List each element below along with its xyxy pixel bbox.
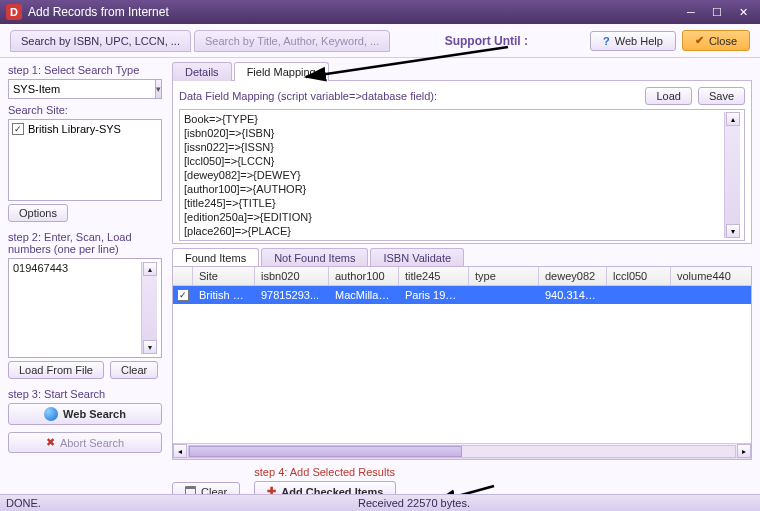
step4-label: step 4: Add Selected Results — [254, 466, 396, 478]
row-checkbox[interactable]: ✓ — [177, 289, 189, 301]
col-isbn020[interactable]: isbn020 — [255, 267, 329, 285]
support-until-label: Support Until : — [445, 34, 528, 48]
scroll-up-icon[interactable]: ▴ — [726, 112, 740, 126]
maximize-icon[interactable]: ☐ — [706, 4, 728, 20]
mapping-header: Data Field Mapping (script variable=>dat… — [179, 90, 645, 102]
scroll-down-icon[interactable]: ▾ — [143, 340, 157, 354]
detail-tabs: Details Field Mapping — [172, 62, 752, 81]
col-checkbox[interactable] — [173, 267, 193, 285]
numbers-value[interactable]: 019467443 — [13, 262, 141, 354]
minimize-icon[interactable]: ─ — [680, 4, 702, 20]
site-item-label: British Library-SYS — [28, 123, 121, 135]
table-row[interactable]: ✓ British Lib... 97815293... MacMillan, … — [173, 286, 751, 304]
search-type-input[interactable] — [8, 79, 156, 99]
window-controls: ─ ☐ ✕ — [680, 4, 754, 20]
help-icon: ? — [603, 35, 610, 47]
tab-search-by-codes[interactable]: Search by ISBN, UPC, LCCN, ... — [10, 30, 191, 52]
col-lccl050[interactable]: lccl050 — [607, 267, 671, 285]
col-type[interactable]: type — [469, 267, 539, 285]
table-header: Site isbn020 author100 title245 type dew… — [173, 267, 751, 286]
scroll-left-icon[interactable]: ◂ — [173, 444, 187, 458]
window-title: Add Records from Internet — [28, 5, 680, 19]
search-mode-tabs: Search by ISBN, UPC, LCCN, ... Search by… — [10, 30, 390, 52]
tab-details[interactable]: Details — [172, 62, 232, 81]
close-button[interactable]: ✔ Close — [682, 30, 750, 51]
site-item-british-library[interactable]: ✓ British Library-SYS — [12, 123, 158, 135]
field-mapping-panel: Data Field Mapping (script variable=>dat… — [172, 80, 752, 244]
numbers-textarea[interactable]: 019467443 ▴ ▾ — [8, 258, 162, 358]
search-site-label: Search Site: — [8, 104, 162, 116]
mapping-lines[interactable]: Book=>{TYPE} [isbn020]=>{ISBN} [issn022]… — [184, 112, 724, 238]
col-dewey082[interactable]: dewey082 — [539, 267, 607, 285]
scroll-up-icon[interactable]: ▴ — [143, 262, 157, 276]
col-site[interactable]: Site — [193, 267, 255, 285]
search-site-list[interactable]: ✓ British Library-SYS — [8, 119, 162, 201]
checkbox-icon[interactable]: ✓ — [12, 123, 24, 135]
titlebar: D Add Records from Internet ─ ☐ ✕ — [0, 0, 760, 24]
step1-label: step 1: Select Search Type — [8, 64, 162, 76]
results-table: Site isbn020 author100 title245 type dew… — [172, 266, 752, 460]
cell-isbn020: 97815293... — [255, 289, 329, 301]
mapping-load-button[interactable]: Load — [645, 87, 691, 105]
right-panel: Details Field Mapping Data Field Mapping… — [168, 58, 760, 510]
app-icon: D — [6, 4, 22, 20]
x-icon: ✖ — [46, 436, 55, 449]
tab-field-mapping[interactable]: Field Mapping — [234, 62, 329, 81]
tab-search-by-text[interactable]: Search by Title, Author, Keyword, ... — [194, 30, 390, 52]
table-hscrollbar[interactable]: ◂ ▸ — [173, 443, 751, 459]
web-help-button[interactable]: ? Web Help — [590, 31, 676, 51]
abort-search-button[interactable]: ✖ Abort Search — [8, 432, 162, 453]
toolbar: Search by ISBN, UPC, LCCN, ... Search by… — [0, 24, 760, 58]
search-type-select[interactable] — [8, 79, 162, 99]
cell-author100: MacMillan, ... — [329, 289, 399, 301]
scroll-track[interactable] — [188, 445, 736, 458]
clear-numbers-button[interactable]: Clear — [110, 361, 158, 379]
load-from-file-button[interactable]: Load From File — [8, 361, 104, 379]
close-icon[interactable]: ✕ — [732, 4, 754, 20]
status-bar: DONE. Received 22570 bytes. — [0, 494, 760, 511]
textarea-scrollbar[interactable]: ▴ ▾ — [141, 262, 157, 354]
tab-found-items[interactable]: Found Items — [172, 248, 259, 267]
step2-label: step 2: Enter, Scan, Load numbers (one p… — [8, 231, 162, 255]
step3-label: step 3: Start Search — [8, 388, 162, 400]
status-mid: Received 22570 bytes. — [174, 497, 654, 509]
results-tabs: Found Items Not Found Items ISBN Validat… — [172, 248, 752, 267]
main-content: step 1: Select Search Type Search Site: … — [0, 58, 760, 510]
mapping-scrollbar[interactable]: ▴ ▾ — [724, 112, 740, 238]
tab-isbn-validate[interactable]: ISBN Validate — [370, 248, 464, 267]
options-button[interactable]: Options — [8, 204, 68, 222]
cell-title245: Paris 1919 ... — [399, 289, 469, 301]
cell-site: British Lib... — [193, 289, 255, 301]
left-panel: step 1: Select Search Type Search Site: … — [0, 58, 168, 510]
col-volume440[interactable]: volume440 — [671, 267, 751, 285]
mapping-save-button[interactable]: Save — [698, 87, 745, 105]
globe-icon — [44, 407, 58, 421]
tab-not-found-items[interactable]: Not Found Items — [261, 248, 368, 267]
chevron-down-icon[interactable] — [156, 79, 162, 99]
scroll-thumb[interactable] — [189, 446, 462, 457]
table-body: ✓ British Lib... 97815293... MacMillan, … — [173, 286, 751, 443]
cell-dewey082: 940.3141 ... — [539, 289, 607, 301]
check-icon: ✔ — [695, 34, 704, 47]
scroll-down-icon[interactable]: ▾ — [726, 224, 740, 238]
web-search-button[interactable]: Web Search — [8, 403, 162, 425]
col-author100[interactable]: author100 — [329, 267, 399, 285]
mapping-textbox[interactable]: Book=>{TYPE} [isbn020]=>{ISBN} [issn022]… — [179, 109, 745, 241]
status-left: DONE. — [6, 497, 174, 509]
scroll-right-icon[interactable]: ▸ — [737, 444, 751, 458]
col-title245[interactable]: title245 — [399, 267, 469, 285]
